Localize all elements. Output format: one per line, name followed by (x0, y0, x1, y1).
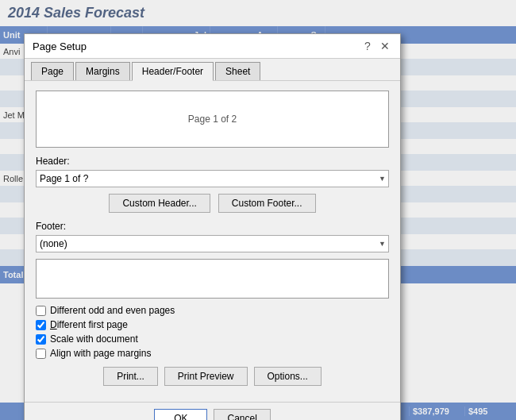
first-page-checkbox[interactable] (36, 320, 46, 330)
checkbox-align: Align with page margins (36, 348, 389, 359)
header-dropdown-row: Page 1 of ? (36, 170, 389, 187)
cancel-button[interactable]: Cancel (214, 409, 270, 420)
footer-dropdown-wrapper: (none) (36, 235, 389, 252)
page-setup-dialog: Page Setup ? ✕ Page Margins Header/Foote… (24, 33, 401, 420)
header-dropdown-wrapper: Page 1 of ? (36, 170, 389, 187)
preview-text: Page 1 of 2 (188, 114, 237, 125)
close-button[interactable]: ✕ (378, 39, 392, 53)
footer-label: Footer: (36, 221, 389, 232)
ok-cancel-row: OK Cancel (25, 402, 400, 420)
page-preview-box: Page 1 of 2 (36, 91, 389, 148)
dialog-title: Page Setup (33, 40, 87, 52)
tab-header-footer[interactable]: Header/Footer (132, 62, 214, 81)
ok-button[interactable]: OK (154, 409, 207, 420)
print-button[interactable]: Print... (103, 367, 158, 386)
scale-checkbox[interactable] (36, 334, 46, 345)
tab-margins[interactable]: Margins (75, 62, 130, 80)
checkbox-scale: Scale with document (36, 333, 389, 345)
first-page-label: Different first page (50, 319, 128, 330)
footer-dropdown[interactable]: (none) (36, 235, 389, 252)
first-page-label-text: ifferent first page (57, 319, 128, 330)
dialog-tabs: Page Margins Header/Footer Sheet (25, 59, 400, 81)
scale-label: Scale with document (50, 333, 138, 345)
print-preview-button[interactable]: Print Preview (164, 367, 248, 386)
header-dropdown[interactable]: Page 1 of ? (36, 170, 389, 187)
odd-even-label: Different odd and even pages (50, 305, 175, 316)
action-buttons-row: Print... Print Preview Options... (36, 367, 389, 386)
tab-page[interactable]: Page (31, 62, 74, 80)
footer-preview-box (36, 259, 389, 299)
checkbox-first-page: Different first page (36, 319, 389, 330)
dialog-titlebar-buttons: ? ✕ (360, 39, 392, 53)
align-label: Align with page margins (50, 348, 151, 359)
checkbox-odd-even: Different odd and even pages (36, 305, 389, 316)
custom-footer-button[interactable]: Custom Footer... (218, 194, 316, 213)
footer-dropdown-row: (none) (36, 235, 389, 252)
custom-header-button[interactable]: Custom Header... (109, 194, 210, 213)
dialog-body: Page 1 of 2 Header: Page 1 of ? Custom H… (25, 81, 400, 402)
align-checkbox[interactable] (36, 349, 46, 359)
tab-sheet[interactable]: Sheet (215, 62, 260, 80)
header-label: Header: (36, 156, 389, 167)
dialog-titlebar: Page Setup ? ✕ (25, 34, 400, 59)
options-button[interactable]: Options... (254, 367, 322, 386)
odd-even-checkbox[interactable] (36, 306, 46, 316)
custom-buttons-row: Custom Header... Custom Footer... (36, 194, 389, 213)
help-button[interactable]: ? (360, 39, 375, 53)
